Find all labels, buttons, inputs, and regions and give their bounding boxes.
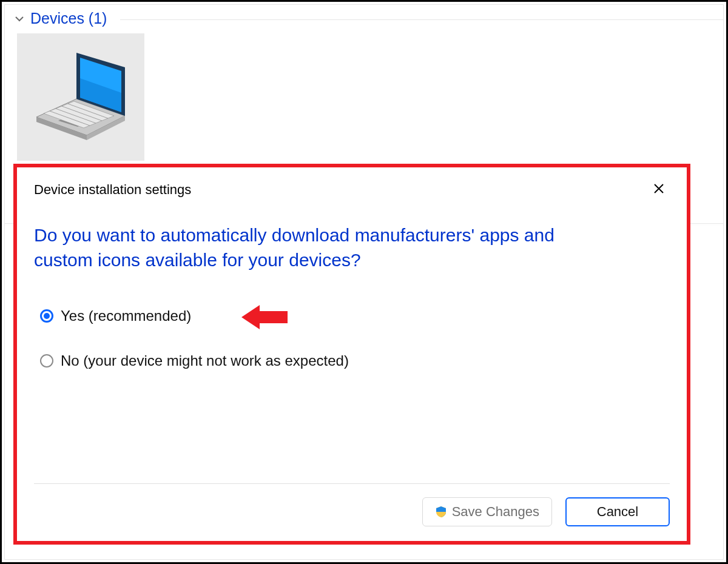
cancel-label: Cancel (597, 504, 638, 520)
radio-option-no[interactable]: No (your device might not work as expect… (40, 352, 670, 369)
radio-group: Yes (recommended) No (your device might … (40, 307, 670, 397)
shield-icon (435, 506, 447, 518)
save-changes-label: Save Changes (452, 504, 539, 520)
screenshot-frame: Devices (1) (0, 0, 728, 564)
close-icon[interactable] (648, 180, 670, 200)
device-installation-settings-dialog: Device installation settings Do you want… (13, 164, 690, 545)
radio-option-yes[interactable]: Yes (recommended) (40, 307, 670, 324)
devices-panel: Devices (1) (4, 4, 724, 560)
radio-indicator-selected (40, 309, 53, 323)
save-changes-button[interactable]: Save Changes (422, 497, 552, 526)
radio-indicator-unselected (40, 354, 53, 368)
dialog-title: Device installation settings (34, 182, 191, 198)
chevron-down-icon (13, 13, 25, 25)
radio-label-no: No (your device might not work as expect… (61, 352, 349, 369)
dialog-question: Do you want to automatically download ma… (34, 223, 616, 272)
devices-section-header[interactable]: Devices (1) (5, 5, 115, 27)
laptop-icon (29, 50, 132, 144)
radio-label-yes: Yes (recommended) (61, 307, 191, 324)
divider (120, 19, 723, 20)
dialog-footer: Save Changes Cancel (34, 483, 670, 526)
cancel-button[interactable]: Cancel (565, 497, 670, 526)
devices-section-title: Devices (1) (30, 10, 107, 27)
device-tile[interactable] (17, 33, 144, 161)
svg-marker-12 (241, 305, 288, 329)
dialog-titlebar: Device installation settings (34, 178, 670, 201)
annotation-arrow-icon (241, 304, 288, 331)
